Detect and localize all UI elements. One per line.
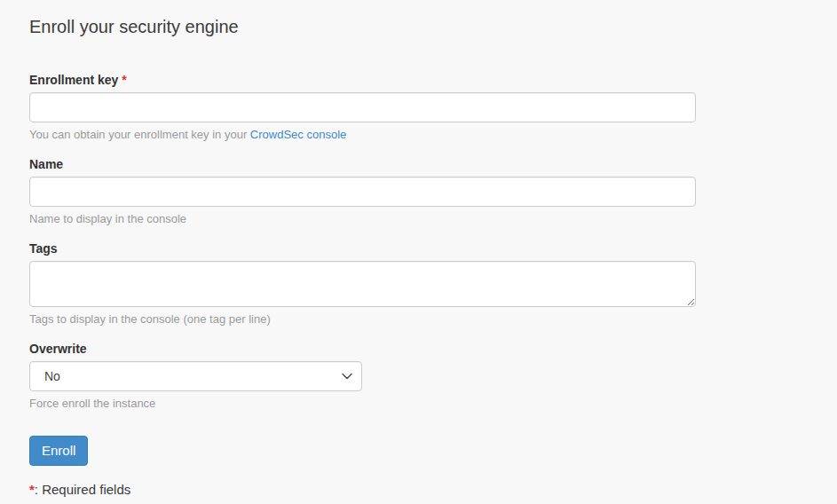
enrollment-key-group: Enrollment key * You can obtain your enr… [29, 71, 808, 143]
overwrite-select[interactable]: No [29, 361, 362, 391]
name-input[interactable] [29, 177, 696, 207]
tags-help: Tags to display in the console (one tag … [29, 311, 808, 327]
enroll-button[interactable]: Enroll [29, 436, 88, 466]
enrollment-key-label-text: Enrollment key [29, 73, 118, 87]
enrollment-key-help-text: You can obtain your enrollment key in yo… [29, 128, 247, 141]
crowdsec-console-link[interactable]: CrowdSec console [250, 128, 346, 141]
enroll-form: Enrollment key * You can obtain your enr… [29, 71, 808, 466]
name-help: Name to display in the console [29, 211, 808, 227]
tags-group: Tags Tags to display in the console (one… [29, 240, 808, 327]
enrollment-key-label: Enrollment key * [29, 71, 808, 89]
overwrite-help: Force enroll the instance [29, 396, 808, 412]
name-group: Name Name to display in the console [29, 155, 808, 227]
required-fields-footnote: *: Required fields [29, 481, 808, 499]
enroll-page: Enroll your security engine Enrollment k… [0, 0, 837, 499]
overwrite-select-wrap: No [29, 361, 362, 391]
footnote-text: : Required fields [35, 482, 130, 497]
enrollment-key-help: You can obtain your enrollment key in yo… [29, 127, 808, 143]
enrollment-key-input[interactable] [29, 92, 696, 122]
overwrite-label: Overwrite [29, 340, 808, 358]
page-title: Enroll your security engine [29, 15, 808, 38]
tags-textarea[interactable] [29, 261, 696, 307]
required-asterisk: * [122, 73, 126, 87]
name-label: Name [29, 155, 808, 173]
tags-label: Tags [29, 240, 808, 257]
overwrite-group: Overwrite No Force enroll the instance [29, 340, 808, 412]
